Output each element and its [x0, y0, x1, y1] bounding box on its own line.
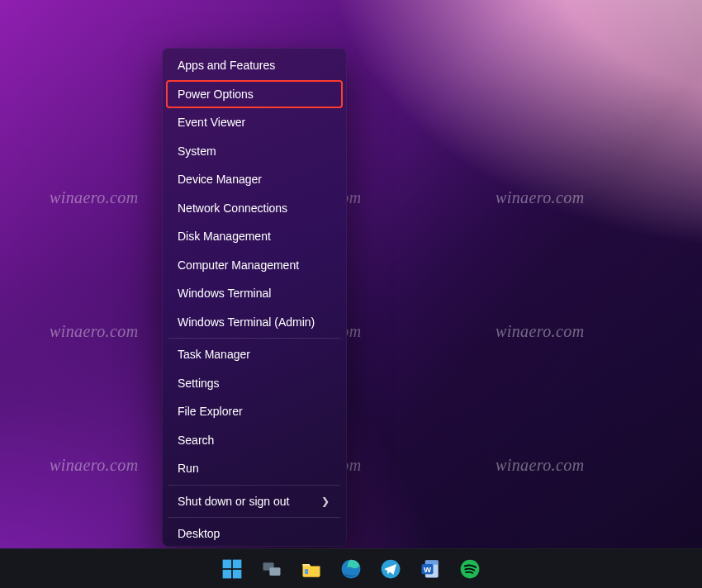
menu-item-desktop[interactable]: Desktop: [166, 519, 343, 548]
menu-item-label: Desktop: [178, 527, 220, 540]
menu-item-label: Windows Terminal: [178, 287, 271, 300]
edge-icon: [339, 557, 363, 581]
watermark: winaero.com: [50, 456, 139, 475]
menu-item-system[interactable]: System: [166, 137, 343, 166]
menu-item-disk-management[interactable]: Disk Management: [166, 222, 343, 251]
taskbar-spotify[interactable]: [453, 552, 486, 586]
windows-logo-icon: [221, 557, 244, 581]
menu-item-label: System: [178, 145, 216, 158]
menu-item-label: Run: [178, 462, 199, 475]
menu-item-label: File Explorer: [178, 405, 243, 418]
menu-item-task-manager[interactable]: Task Manager: [166, 340, 343, 369]
menu-item-settings[interactable]: Settings: [166, 369, 343, 398]
svg-rect-5: [269, 567, 280, 576]
menu-item-label: Event Viewer: [178, 116, 245, 129]
menu-item-device-manager[interactable]: Device Manager: [166, 165, 343, 194]
menu-item-label: Computer Management: [178, 258, 299, 272]
taskbar-edge[interactable]: [334, 552, 368, 586]
watermark: winaero.com: [496, 188, 585, 207]
menu-item-shutdown-signout[interactable]: Shut down or sign out ❯: [166, 487, 343, 516]
menu-item-label: Disk Management: [178, 230, 271, 243]
winx-menu: Apps and Features Power Options Event Vi…: [162, 48, 347, 547]
menu-item-label: Task Manager: [178, 348, 250, 361]
taskbar-word[interactable]: W: [414, 552, 447, 586]
menu-item-search[interactable]: Search: [166, 426, 343, 455]
menu-item-label: Search: [178, 434, 214, 447]
watermark: winaero.com: [50, 322, 139, 341]
taskbar-start-button[interactable]: [216, 552, 249, 586]
menu-item-apps-and-features[interactable]: Apps and Features: [166, 51, 343, 80]
menu-item-network-connections[interactable]: Network Connections: [166, 194, 343, 223]
menu-item-label: Shut down or sign out: [178, 495, 289, 508]
taskbar-telegram[interactable]: [374, 552, 407, 586]
watermark: winaero.com: [50, 188, 139, 207]
menu-item-label: Device Manager: [178, 173, 262, 186]
menu-item-power-options[interactable]: Power Options: [166, 80, 343, 109]
menu-item-run[interactable]: Run: [166, 454, 343, 483]
menu-separator: [168, 517, 340, 518]
telegram-icon: [379, 557, 402, 581]
taskbar-task-view[interactable]: [255, 552, 288, 586]
menu-item-windows-terminal-admin[interactable]: Windows Terminal (Admin): [166, 308, 343, 337]
menu-separator: [168, 485, 340, 486]
svg-rect-2: [223, 569, 232, 578]
menu-item-windows-terminal[interactable]: Windows Terminal: [166, 279, 343, 308]
watermark: winaero.com: [496, 322, 585, 341]
spotify-icon: [458, 557, 481, 581]
menu-separator: [168, 338, 340, 339]
svg-rect-3: [233, 569, 242, 578]
menu-item-file-explorer[interactable]: File Explorer: [166, 397, 343, 426]
watermark: winaero.com: [496, 456, 585, 475]
menu-item-computer-management[interactable]: Computer Management: [166, 251, 343, 280]
task-view-icon: [260, 557, 283, 581]
chevron-right-icon: ❯: [321, 496, 330, 507]
menu-item-label: Windows Terminal (Admin): [178, 315, 315, 329]
desktop: winaero.com winaero.com winaero.com wina…: [0, 0, 702, 588]
menu-item-label: Network Connections: [178, 202, 287, 215]
taskbar-file-explorer[interactable]: [295, 552, 328, 586]
svg-text:W: W: [424, 564, 432, 573]
menu-item-label: Apps and Features: [178, 59, 275, 72]
folder-icon: [300, 557, 323, 581]
menu-item-event-viewer[interactable]: Event Viewer: [166, 108, 343, 137]
taskbar: W: [0, 548, 702, 588]
menu-item-label: Settings: [178, 377, 220, 390]
word-icon: W: [419, 557, 442, 581]
menu-item-label: Power Options: [178, 88, 254, 101]
svg-rect-1: [233, 559, 242, 568]
svg-rect-6: [305, 569, 308, 574]
svg-rect-0: [223, 559, 232, 568]
